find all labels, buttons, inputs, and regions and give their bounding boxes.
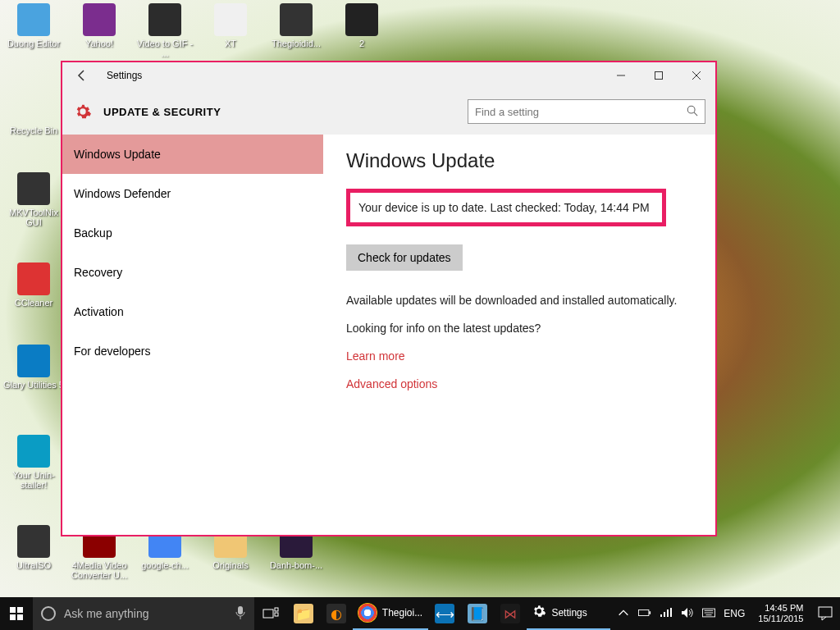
desktop-icon[interactable]: Recycle Bin xyxy=(3,90,64,135)
desktop-icon[interactable]: Yahoo! xyxy=(69,3,130,48)
tray-keyboard-icon[interactable] xyxy=(702,606,715,622)
settings-sidebar: Windows UpdateWindows DefenderBackupReco… xyxy=(62,135,323,535)
desktop-icon-label: MKVToolNix GUI xyxy=(3,208,64,227)
desktop-icon[interactable]: UltraISO xyxy=(3,525,64,570)
svg-line-5 xyxy=(694,112,697,116)
desktop-icon-label: google-ch... xyxy=(135,560,195,570)
svg-rect-19 xyxy=(670,608,672,617)
desktop-icon-label: Your Unin-staller! xyxy=(3,470,64,490)
desktop-icon-label: Duong Editor xyxy=(3,39,64,48)
cortana-placeholder: Ask me anything xyxy=(64,607,149,620)
tray-battery-icon[interactable] xyxy=(638,606,651,622)
tray-volume-icon[interactable] xyxy=(681,606,694,622)
task-view-button[interactable] xyxy=(254,597,287,630)
desktop-icon[interactable]: Your Unin-staller! xyxy=(3,435,64,490)
svg-rect-9 xyxy=(17,614,23,620)
mic-icon[interactable] xyxy=(235,605,246,623)
desktop-icon[interactable]: CCleaner xyxy=(3,262,64,308)
header-row: UPDATE & SECURITY xyxy=(62,89,715,135)
clock-time: 14:45 PM xyxy=(758,603,803,614)
desktop-icon-image xyxy=(17,172,50,205)
sidebar-item-recovery[interactable]: Recovery xyxy=(62,253,323,292)
status-highlight-box: Your device is up to date. Last checked:… xyxy=(346,189,666,226)
desktop-icon-image xyxy=(17,3,50,36)
desktop-icon[interactable]: XT xyxy=(200,3,261,48)
taskbar-teamviewer[interactable]: ⟷ xyxy=(428,597,461,630)
desktop-icon-image xyxy=(148,3,181,36)
check-updates-button[interactable]: Check for updates xyxy=(346,244,463,271)
cortana-search[interactable]: Ask me anything xyxy=(33,597,254,630)
clock-date: 15/11/2015 xyxy=(758,614,803,624)
desktop-icon-label: Recycle Bin xyxy=(3,126,64,135)
page-title: Windows Update xyxy=(346,149,692,172)
chrome-label: Thegioi... xyxy=(382,607,422,619)
desktop-icon-image xyxy=(214,3,247,36)
desktop-icon-label: Glary Utilities 5 xyxy=(3,380,64,390)
desktop-icon[interactable]: Video to GIF - ... xyxy=(135,3,195,58)
desktop-icon-label: UltraISO xyxy=(3,560,64,570)
settings-search[interactable] xyxy=(468,99,705,124)
tray-chevron-up-icon[interactable] xyxy=(617,606,630,622)
desktop-icon[interactable]: Thegioidid... xyxy=(266,3,326,48)
close-button[interactable] xyxy=(678,62,715,89)
desktop-icon-image xyxy=(83,3,116,36)
sidebar-item-activation[interactable]: Activation xyxy=(62,292,323,331)
desktop-icon-label: CCleaner xyxy=(3,298,64,308)
window-title: Settings xyxy=(102,70,602,81)
desktop-icon-image xyxy=(17,345,50,377)
desktop-icon[interactable]: Glary Utilities 5 xyxy=(3,345,64,390)
svg-rect-11 xyxy=(263,609,273,618)
minimize-button[interactable] xyxy=(602,62,640,89)
desktop-icon-image xyxy=(280,3,313,36)
advanced-options-link[interactable]: Advanced options xyxy=(346,377,437,390)
taskbar-clock[interactable]: 14:45 PM 15/11/2015 xyxy=(751,597,810,630)
back-button[interactable] xyxy=(62,62,102,89)
taskbar-app-3[interactable]: ⋈ xyxy=(494,597,527,630)
svg-rect-1 xyxy=(655,72,663,80)
svg-rect-12 xyxy=(275,608,278,611)
search-icon xyxy=(687,105,698,119)
desktop-icon[interactable]: Duong Editor xyxy=(3,3,64,48)
svg-rect-17 xyxy=(664,612,665,617)
svg-rect-7 xyxy=(17,607,23,613)
sidebar-item-windows-defender[interactable]: Windows Defender xyxy=(62,174,323,213)
svg-rect-14 xyxy=(639,609,649,615)
update-status-text: Your device is up to date. Last checked:… xyxy=(358,201,650,214)
desktop-icon[interactable]: MKVToolNix GUI xyxy=(3,172,64,227)
sidebar-item-windows-update[interactable]: Windows Update xyxy=(62,135,323,174)
desktop-icon-label: 2 xyxy=(331,39,392,48)
titlebar: Settings xyxy=(62,62,715,89)
looking-info-text: Looking for info on the latest updates? xyxy=(346,322,692,335)
taskbar-settings-label: Settings xyxy=(551,607,587,619)
settings-content: Windows Update Your device is up to date… xyxy=(323,135,715,535)
desktop-icon-image xyxy=(17,262,50,295)
desktop-icon-image xyxy=(17,435,50,468)
svg-rect-18 xyxy=(667,609,669,617)
desktop-icon-image xyxy=(17,90,50,123)
taskbar: Ask me anything 📁 ◐ Thegioi... ⟷ 📘 ⋈ Set… xyxy=(0,597,840,630)
learn-more-link[interactable]: Learn more xyxy=(346,349,405,363)
desktop-icon[interactable]: 2 xyxy=(331,3,392,48)
sidebar-item-backup[interactable]: Backup xyxy=(62,213,323,253)
start-button[interactable] xyxy=(0,597,33,630)
auto-download-text: Available updates will be downloaded and… xyxy=(346,294,692,307)
desktop-icon-image xyxy=(345,3,378,36)
taskbar-app-1[interactable]: ◐ xyxy=(320,597,353,630)
desktop-icon-label: Video to GIF - ... xyxy=(135,39,195,58)
tray-language[interactable]: ENG xyxy=(724,608,745,619)
desktop-icon-label: Danh-bom-... xyxy=(266,560,326,570)
taskbar-app-2[interactable]: 📘 xyxy=(461,597,494,630)
tray-network-icon[interactable] xyxy=(660,606,673,622)
maximize-button[interactable] xyxy=(640,62,678,89)
desktop-icon-label: Originals xyxy=(200,560,261,570)
system-tray[interactable]: ENG xyxy=(610,597,751,630)
desktop-icon-image xyxy=(17,525,50,558)
taskbar-settings[interactable]: Settings xyxy=(527,597,610,630)
taskbar-chrome[interactable]: Thegioi... xyxy=(353,597,429,630)
search-input[interactable] xyxy=(475,106,687,118)
action-center-button[interactable] xyxy=(810,597,840,630)
taskbar-file-explorer[interactable]: 📁 xyxy=(287,597,320,630)
svg-rect-10 xyxy=(238,606,243,614)
sidebar-item-for-developers[interactable]: For developers xyxy=(62,331,323,371)
svg-rect-15 xyxy=(650,611,651,614)
